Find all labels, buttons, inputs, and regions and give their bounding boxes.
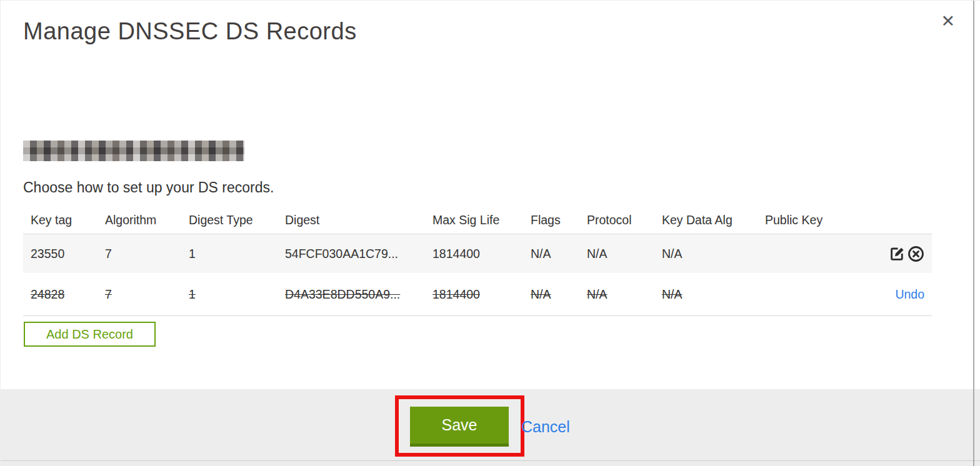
cell-protocol: N/A — [587, 247, 662, 261]
table-row: 23550 7 1 54FCF030AA1C79... 1814400 N/A … — [23, 234, 932, 273]
cell-max-sig-life: 1814400 — [432, 287, 531, 302]
col-header-digest-type: Digest Type — [189, 213, 285, 227]
col-header-algorithm: Algorithm — [105, 213, 189, 227]
col-header-key-data-alg: Key Data Alg — [662, 213, 765, 227]
col-header-max-sig-life: Max Sig Life — [432, 213, 531, 227]
col-header-public-key: Public Key — [765, 213, 876, 227]
instruction-text: Choose how to set up your DS records. — [23, 179, 274, 196]
cell-key-tag: 24828 — [31, 287, 105, 302]
cell-key-data-alg: N/A — [662, 287, 765, 302]
window-right-border — [973, 1, 974, 466]
cell-digest-type: 1 — [189, 247, 285, 261]
table-header-row: Key tag Algorithm Digest Type Digest Max… — [23, 207, 932, 234]
page-title: Manage DNSSEC DS Records — [23, 18, 357, 45]
redacted-domain-name — [23, 141, 244, 161]
dnssec-modal: Manage DNSSEC DS Records ✕ Choose how to… — [0, 0, 980, 466]
cell-key-data-alg: N/A — [662, 247, 765, 261]
edit-record-icon[interactable] — [889, 245, 906, 262]
cell-flags: N/A — [531, 287, 587, 302]
col-header-digest: Digest — [285, 213, 432, 227]
modal-footer: Save Cancel — [1, 389, 980, 466]
col-header-protocol: Protocol — [587, 213, 662, 227]
cell-flags: N/A — [531, 247, 587, 261]
cell-digest: 54FCF030AA1C79... — [285, 247, 432, 261]
cell-digest: D4A33E8DD550A9... — [285, 287, 432, 302]
ds-records-table: Key tag Algorithm Digest Type Digest Max… — [23, 207, 932, 316]
table-row-deleted: 24828 7 1 D4A33E8DD550A9... 1814400 N/A … — [23, 273, 932, 316]
cell-algorithm: 7 — [105, 287, 189, 302]
cell-digest-type: 1 — [189, 287, 285, 302]
add-ds-record-button[interactable]: Add DS Record — [24, 322, 156, 347]
save-button[interactable]: Save — [410, 407, 509, 447]
col-header-key-tag: Key tag — [31, 213, 105, 227]
cell-algorithm: 7 — [105, 247, 189, 261]
cell-max-sig-life: 1814400 — [432, 247, 531, 261]
row-actions — [876, 245, 924, 262]
cell-key-tag: 23550 — [31, 247, 105, 261]
close-icon[interactable]: ✕ — [941, 13, 955, 30]
undo-link[interactable]: Undo — [895, 287, 924, 301]
col-header-flags: Flags — [531, 213, 587, 227]
delete-record-icon[interactable] — [908, 245, 924, 262]
cancel-link[interactable]: Cancel — [521, 418, 570, 436]
cell-protocol: N/A — [587, 287, 662, 302]
